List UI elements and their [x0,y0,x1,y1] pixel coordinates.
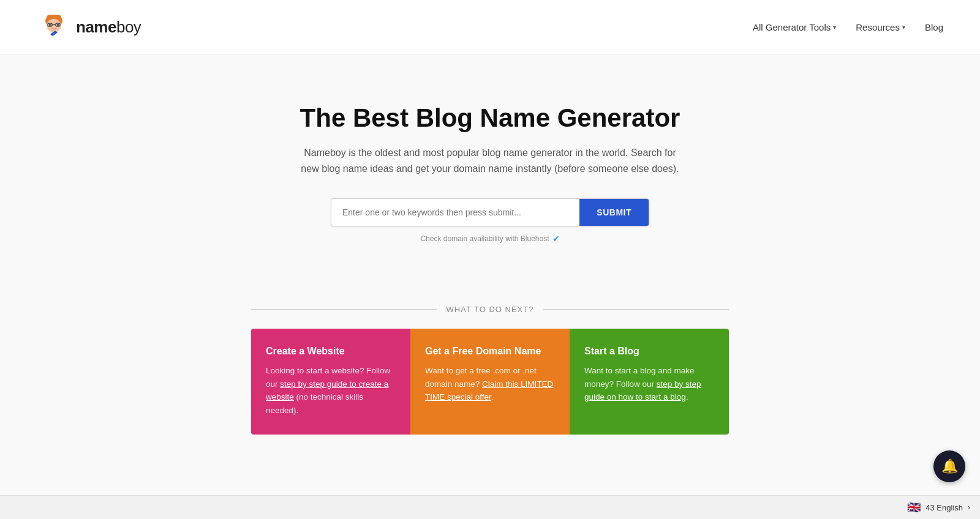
card-create-website: Create a Website Looking to start a webs… [251,329,410,434]
main-nav: All Generator Tools ▾ Resources ▾ Blog [753,22,943,32]
search-bar: SUBMIT [331,198,649,226]
chevron-down-icon: ▾ [833,24,836,31]
card-start-blog: Start a Blog Want to start a blog and ma… [570,329,729,434]
logo[interactable]: nameboy [37,10,141,44]
hero-subtitle: Nameboy is the oldest and most popular b… [294,145,686,176]
nav-resources[interactable]: Resources ▾ [856,22,905,32]
logo-text: nameboy [76,18,141,37]
start-blog-link[interactable]: step by step guide on how to start a blo… [584,379,701,402]
bluehost-check-icon: ✔ [552,234,560,244]
card-create-website-title: Create a Website [266,346,396,357]
nav-blog[interactable]: Blog [925,22,943,32]
domain-check-label: Check domain availability with Bluehost … [12,234,968,244]
card-free-domain-body: Want to get a free .com or .net domain n… [425,364,555,404]
card-create-website-body: Looking to start a website? Follow our s… [266,364,396,417]
flag-icon: 🇬🇧 [907,501,921,514]
card-free-domain-title: Get a Free Domain Name [425,346,555,357]
svg-point-6 [49,24,51,26]
footer-language-bar: 🇬🇧 43 English › [0,495,980,519]
hero-section: The Best Blog Name Generator Nameboy is … [0,54,980,280]
language-chevron-icon[interactable]: › [968,503,970,512]
what-next-section: WHAT TO DO NEXT? Create a Website Lookin… [239,305,741,434]
search-input[interactable] [331,199,579,226]
create-website-link[interactable]: step by step guide to create a website [266,379,388,402]
chevron-down-icon: ▾ [902,24,905,31]
cards-container: Create a Website Looking to start a webs… [251,329,729,434]
svg-point-2 [47,19,61,32]
section-label: WHAT TO DO NEXT? [447,305,534,314]
site-header: nameboy All Generator Tools ▾ Resources … [0,0,980,54]
nav-generator-tools[interactable]: All Generator Tools ▾ [753,22,836,32]
card-start-blog-title: Start a Blog [584,346,714,357]
bell-icon: 🔔 [941,458,958,474]
card-free-domain: Get a Free Domain Name Want to get a fre… [410,329,570,434]
submit-button[interactable]: SUBMIT [579,199,649,226]
logo-icon [37,10,71,44]
svg-point-7 [57,24,59,26]
card-start-blog-body: Want to start a blog and make money? Fol… [584,364,714,404]
hero-title: The Best Blog Name Generator [12,103,968,133]
divider-line-right [543,309,729,310]
free-domain-link[interactable]: Claim this LIMITED TIME special offer [425,379,553,402]
divider-line-left [251,309,437,310]
language-label: 43 English [925,503,963,512]
section-divider: WHAT TO DO NEXT? [251,305,729,314]
notification-bell[interactable]: 🔔 [933,450,965,482]
